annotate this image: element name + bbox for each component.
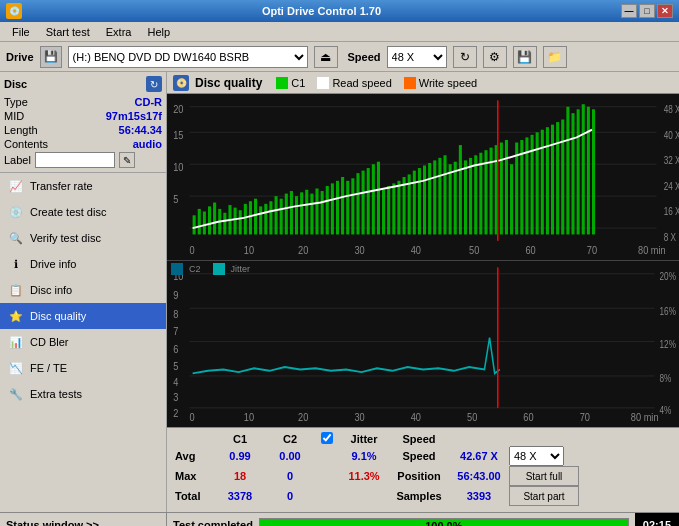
svg-text:24 X: 24 X — [664, 181, 679, 192]
svg-rect-52 — [331, 183, 334, 234]
svg-text:10: 10 — [173, 161, 183, 173]
svg-text:40: 40 — [411, 411, 421, 423]
maximize-button[interactable]: □ — [639, 4, 655, 18]
sidebar-item-cd-bler[interactable]: 📊 CD Bler — [0, 329, 166, 355]
svg-text:40: 40 — [411, 244, 421, 256]
sidebar-item-disc-info[interactable]: 📋 Disc info — [0, 277, 166, 303]
legend-c1: C1 — [276, 77, 305, 89]
svg-rect-35 — [244, 204, 247, 235]
svg-rect-49 — [315, 188, 318, 234]
create-test-icon: 💿 — [8, 204, 24, 220]
total-label: Total — [175, 486, 215, 506]
stats-bar: C1 C2 Jitter Speed — [167, 427, 679, 512]
sidebar-item-extra-tests[interactable]: 🔧 Extra tests — [0, 381, 166, 407]
avg-label: Avg — [175, 446, 215, 466]
sidebar-item-disc-quality[interactable]: ⭐ Disc quality — [0, 303, 166, 329]
avg-c1: 0.99 — [215, 446, 265, 466]
svg-text:50: 50 — [469, 244, 479, 256]
stats-table: C1 C2 Jitter Speed — [175, 432, 671, 506]
svg-rect-68 — [413, 171, 416, 235]
menu-extra[interactable]: Extra — [98, 24, 140, 40]
svg-rect-63 — [387, 186, 390, 235]
minimize-button[interactable]: — — [621, 4, 637, 18]
svg-text:80 min: 80 min — [631, 411, 659, 423]
svg-text:15: 15 — [173, 129, 183, 141]
sidebar-item-label: Transfer rate — [30, 180, 93, 192]
sidebar: Disc ↻ Type CD-R MID 97m15s17f Length 56… — [0, 72, 167, 512]
svg-rect-101 — [582, 104, 585, 234]
svg-rect-33 — [234, 208, 237, 235]
status-window-button[interactable]: Status window >> — [0, 513, 167, 526]
svg-rect-43 — [285, 194, 288, 235]
col-speed: Speed — [389, 432, 449, 446]
start-part-button[interactable]: Start part — [509, 486, 579, 506]
statusbar: Status window >> Test completed 100.0% 0… — [0, 512, 679, 526]
svg-rect-39 — [264, 204, 267, 235]
legend-write-speed-label: Write speed — [419, 77, 478, 89]
legend-read-speed: Read speed — [317, 77, 391, 89]
legend-c1-label: C1 — [291, 77, 305, 89]
menu-help[interactable]: Help — [139, 24, 178, 40]
svg-rect-36 — [249, 201, 252, 234]
svg-text:12%: 12% — [660, 339, 676, 350]
svg-text:20: 20 — [298, 411, 308, 423]
legend-c1-box — [276, 77, 288, 89]
sidebar-item-drive-info[interactable]: ℹ Drive info — [0, 251, 166, 277]
sidebar-item-create-test-disc[interactable]: 💿 Create test disc — [0, 199, 166, 225]
close-button[interactable]: ✕ — [657, 4, 673, 18]
disc-label-input[interactable] — [35, 152, 115, 168]
contents-value: audio — [133, 138, 162, 150]
titlebar: 💿 Opti Drive Control 1.70 — □ ✕ — [0, 0, 679, 22]
drive-select[interactable]: (H:) BENQ DVD DD DW1640 BSRB — [68, 46, 308, 68]
svg-rect-45 — [295, 196, 298, 234]
svg-text:48 X: 48 X — [664, 104, 679, 115]
svg-rect-44 — [290, 191, 293, 234]
svg-rect-53 — [336, 181, 339, 235]
svg-rect-95 — [551, 125, 554, 235]
samples-label: Samples — [389, 486, 449, 506]
refresh-button[interactable]: ↻ — [453, 46, 477, 68]
svg-rect-34 — [239, 210, 242, 234]
svg-text:0: 0 — [190, 244, 195, 256]
menu-file[interactable]: File — [4, 24, 38, 40]
length-label: Length — [4, 124, 38, 136]
svg-rect-103 — [592, 109, 595, 234]
label-edit-button[interactable]: ✎ — [119, 152, 135, 168]
sidebar-item-verify-test-disc[interactable]: 🔍 Verify test disc — [0, 225, 166, 251]
stats-total-row: Total 3378 0 Samples 3393 Start part — [175, 486, 671, 506]
jitter-checkbox[interactable] — [321, 432, 333, 444]
eject-button[interactable]: ⏏ — [314, 46, 338, 68]
verify-test-icon: 🔍 — [8, 230, 24, 246]
speed-select-stats[interactable]: 48 X — [509, 446, 564, 466]
svg-text:6: 6 — [173, 343, 178, 355]
sidebar-item-label: Disc quality — [30, 310, 86, 322]
svg-rect-93 — [541, 130, 544, 235]
svg-text:32 X: 32 X — [664, 155, 679, 166]
sidebar-item-fe-te[interactable]: 📉 FE / TE — [0, 355, 166, 381]
settings-button[interactable]: ⚙ — [483, 46, 507, 68]
svg-rect-100 — [577, 109, 580, 234]
contents-label: Contents — [4, 138, 48, 150]
svg-rect-25 — [193, 215, 196, 234]
sidebar-item-transfer-rate[interactable]: 📈 Transfer rate — [0, 173, 166, 199]
start-full-button[interactable]: Start full — [509, 466, 579, 486]
disc-refresh-button[interactable]: ↻ — [146, 76, 162, 92]
svg-text:16%: 16% — [660, 306, 676, 317]
extra-button[interactable]: 📁 — [543, 46, 567, 68]
status-progress: Test completed 100.0% — [167, 518, 635, 527]
svg-rect-97 — [561, 120, 564, 235]
svg-text:20%: 20% — [660, 271, 676, 282]
svg-rect-51 — [326, 186, 329, 235]
chart-legend: C1 Read speed Write speed — [276, 77, 477, 89]
col-c2: C2 — [265, 432, 315, 446]
svg-text:30: 30 — [354, 244, 364, 256]
speed-select[interactable]: 48 X — [387, 46, 447, 68]
sidebar-item-label: CD Bler — [30, 336, 69, 348]
menu-start-test[interactable]: Start test — [38, 24, 98, 40]
save-button[interactable]: 💾 — [513, 46, 537, 68]
mid-label: MID — [4, 110, 24, 122]
svg-text:60: 60 — [525, 244, 535, 256]
cd-bler-icon: 📊 — [8, 334, 24, 350]
menubar: File Start test Extra Help — [0, 22, 679, 42]
stats-avg-row: Avg 0.99 0.00 9.1% Speed 42.67 X 48 X — [175, 446, 671, 466]
